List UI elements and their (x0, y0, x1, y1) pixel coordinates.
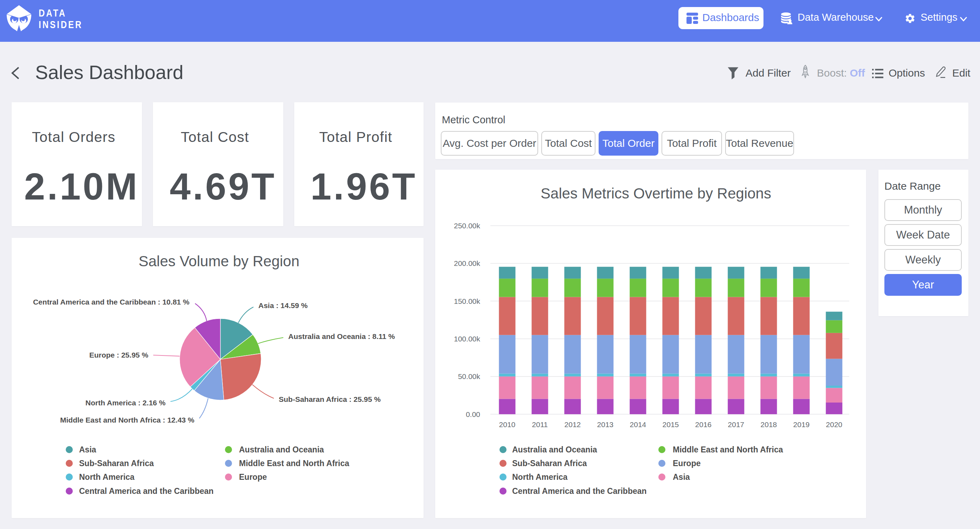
svg-text:Australia and Oceania : 8.11 %: Australia and Oceania : 8.11 % (288, 332, 395, 340)
svg-text:Sub-Saharan Africa: Sub-Saharan Africa (512, 459, 587, 468)
svg-text:Central America and the Caribb: Central America and the Caribbean (512, 486, 647, 496)
svg-text:Asia: Asia (79, 445, 96, 454)
svg-text:Middle East and North Africa: Middle East and North Africa (239, 459, 349, 468)
svg-text:Sub-Saharan Africa: Sub-Saharan Africa (79, 459, 154, 468)
svg-text:Sub-Saharan Africa : 25.95 %: Sub-Saharan Africa : 25.95 % (279, 395, 381, 403)
svg-text:100.00k: 100.00k (454, 335, 480, 343)
svg-text:2015: 2015 (663, 421, 679, 429)
svg-text:2014: 2014 (630, 421, 646, 429)
svg-text:2017: 2017 (728, 421, 745, 429)
svg-text:2011: 2011 (532, 421, 548, 429)
svg-text:North America: North America (79, 472, 135, 481)
svg-text:Sales Metrics Overtime by Regi: Sales Metrics Overtime by Regions (541, 185, 771, 202)
svg-text:Middle East and North Africa :: Middle East and North Africa : 12.43 % (60, 416, 194, 424)
svg-text:North America: North America (512, 472, 568, 481)
svg-text:Asia: Asia (673, 472, 690, 481)
svg-text:Asia : 14.59 %: Asia : 14.59 % (258, 301, 307, 310)
svg-text:50.00k: 50.00k (458, 372, 480, 380)
svg-text:Middle East and North Africa: Middle East and North Africa (673, 445, 783, 454)
svg-text:Europe: Europe (673, 459, 700, 468)
svg-text:Australia and Oceania: Australia and Oceania (512, 445, 597, 454)
svg-text:250.00k: 250.00k (454, 222, 480, 230)
svg-text:Australia and Oceania: Australia and Oceania (239, 445, 324, 454)
svg-text:Central America and the Caribb: Central America and the Caribbean (79, 486, 214, 496)
svg-text:0.00: 0.00 (466, 410, 480, 418)
svg-text:2019: 2019 (793, 421, 810, 429)
svg-text:North America : 2.16 %: North America : 2.16 % (86, 399, 165, 407)
svg-text:Central America and the Caribb: Central America and the Caribbean : 10.8… (33, 298, 189, 306)
svg-text:2012: 2012 (565, 421, 581, 429)
svg-text:2018: 2018 (760, 421, 777, 429)
svg-text:Europe : 25.95 %: Europe : 25.95 % (89, 351, 148, 359)
svg-text:2013: 2013 (597, 421, 614, 429)
svg-text:2010: 2010 (499, 421, 515, 429)
svg-text:Sales Volume by Region: Sales Volume by Region (138, 253, 299, 269)
svg-text:150.00k: 150.00k (454, 297, 480, 305)
svg-text:2016: 2016 (695, 421, 712, 429)
svg-text:Europe: Europe (239, 472, 267, 481)
svg-text:200.00k: 200.00k (454, 259, 480, 267)
svg-text:2020: 2020 (826, 421, 843, 429)
